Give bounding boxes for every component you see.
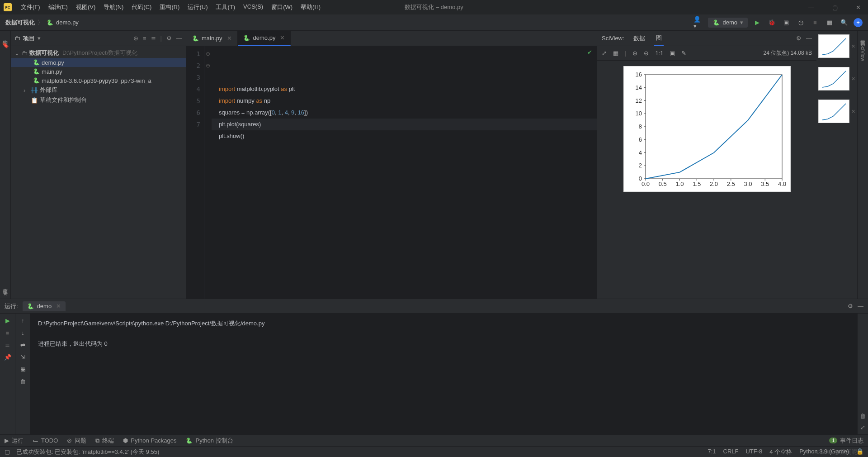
external-libraries[interactable]: › ╫╫ 外部库 (11, 85, 186, 95)
sciview-tool-tab[interactable]: SciView (859, 40, 867, 65)
debug-button[interactable]: 🐞 (767, 18, 777, 28)
terminal-tool-button[interactable]: ⧉终端 (95, 437, 114, 445)
svg-text:3.0: 3.0 (744, 181, 752, 187)
indent-setting[interactable]: 4 个空格 (769, 448, 792, 456)
wrap-icon[interactable]: ⇌ (20, 342, 25, 348)
todo-tool-button[interactable]: ≔TODO (33, 437, 58, 444)
tree-file-matplotlib-wheel[interactable]: matplotlib-3.6.0-pp39-pypy39_pp73-win_a (11, 76, 186, 85)
plot-thumbnail-2[interactable] (818, 67, 849, 90)
menu-item[interactable]: 编辑(E) (46, 2, 71, 12)
file-encoding[interactable]: UTF-8 (745, 448, 762, 456)
run-button[interactable]: ▶ (752, 18, 762, 28)
hide-icon[interactable]: — (176, 35, 182, 42)
tab-close-icon[interactable]: ✕ (227, 35, 232, 42)
menu-item[interactable]: 文件(F) (18, 2, 43, 12)
trash-icon[interactable]: 🗑 (20, 378, 26, 385)
collapse-icon[interactable]: ≣ (151, 35, 156, 42)
trash-icon[interactable]: 🗑 (860, 413, 866, 419)
user-icon[interactable]: 👤▾ (693, 18, 703, 28)
stop-icon[interactable]: ■ (6, 329, 9, 336)
layout-button[interactable]: ▦ (825, 18, 835, 28)
minimize-button[interactable]: — (805, 2, 818, 13)
menu-item[interactable]: 重构(R) (157, 2, 182, 12)
run-tab[interactable]: demo ✕ (23, 301, 66, 311)
zoom-out-icon[interactable]: ⊖ (644, 50, 649, 57)
coverage-button[interactable]: ▣ (781, 18, 791, 28)
scroll-icon[interactable]: ⇲ (20, 354, 25, 361)
inspection-ok-icon[interactable]: ✔ (587, 49, 592, 56)
code-content[interactable]: import matplotlib.pyplot as pltimport nu… (212, 46, 597, 299)
plot-display[interactable]: 02468101214160.00.51.01.52.02.53.03.54.0 (597, 61, 816, 299)
expand-icon[interactable]: ≡ (143, 35, 146, 42)
tab-close-icon[interactable]: ✕ (280, 34, 285, 41)
problems-tool-button[interactable]: ⊘问题 (67, 437, 86, 445)
packages-tool-button[interactable]: ⬢Python Packages (123, 437, 176, 444)
up-icon[interactable]: ↑ (21, 317, 24, 324)
tree-file-main[interactable]: main.py (11, 67, 186, 76)
bookmarks-icon[interactable]: 🔖 (2, 42, 9, 48)
run-tool-button[interactable]: ▶运行 (5, 437, 24, 445)
favorites-tool-tab[interactable]: 收藏 (1, 281, 9, 288)
menu-item[interactable]: 帮助(H) (298, 2, 323, 12)
sciview-hide-icon[interactable]: — (806, 35, 812, 42)
search-everywhere-button[interactable]: 🔍 (839, 18, 849, 28)
project-tree[interactable]: ⌄ 🗀 数据可视化 D:\PythonProject\数据可视化 demo.py… (11, 46, 186, 299)
database-tool-tab[interactable]: 数据库 (859, 33, 867, 40)
structure-tool-tab[interactable]: 结构 (1, 33, 9, 40)
thumb-close-icon[interactable]: ✕ (851, 43, 855, 49)
project-panel: 🗀 项目 ▾ ⊕ ≡ ≣ | ⚙ — ⌄ 🗀 数据可视化 D:\PythonPr… (11, 31, 186, 299)
code-editor[interactable]: 1234567 ⊖⊖ import matplotlib.pyplot as p… (186, 46, 597, 299)
menu-item[interactable]: 工具(T) (213, 2, 238, 12)
menu-item[interactable]: 视图(V) (73, 2, 98, 12)
thumb-close-icon[interactable]: ✕ (851, 109, 855, 114)
status-icon[interactable]: ▢ (5, 448, 10, 455)
layout-icon[interactable]: ≣ (5, 342, 10, 348)
project-root[interactable]: ⌄ 🗀 数据可视化 D:\PythonProject\数据可视化 (11, 48, 186, 58)
print-icon[interactable]: 🖶 (20, 366, 26, 373)
console-output[interactable]: D:\PythonProject\Game\venv\Scripts\pytho… (31, 314, 857, 434)
menu-item[interactable]: 运行(U) (185, 2, 210, 12)
python-console-tool-button[interactable]: Python 控制台 (186, 437, 233, 445)
zoom-in-icon[interactable]: ⊕ (632, 50, 637, 57)
stop-button[interactable]: ■ (810, 18, 820, 28)
settings-icon[interactable]: ⚙ (166, 35, 172, 42)
sciview-tab-data[interactable]: 数据 (632, 32, 647, 45)
menu-item[interactable]: 导航(N) (101, 2, 126, 12)
add-button[interactable]: + (854, 18, 863, 27)
pin-icon[interactable]: 📌 (4, 354, 11, 361)
eyedropper-icon[interactable]: ✎ (681, 50, 686, 57)
sciview-tab-plot[interactable]: 图 (654, 31, 664, 46)
plot-thumbnail-1[interactable] (818, 34, 849, 58)
run-configuration-selector[interactable]: demo ▾ (708, 18, 748, 28)
tree-file-demo[interactable]: demo.py (11, 58, 186, 67)
status-message: 已成功安装包: 已安装包: 'matplotlib==3.4.2' (今天 9:… (16, 448, 159, 456)
run-settings-icon[interactable]: ⚙ (848, 303, 853, 309)
menu-item[interactable]: 窗口(W) (269, 2, 295, 12)
scratches-and-consoles[interactable]: 📋 草稿文件和控制台 (11, 95, 186, 105)
expand-icon[interactable]: ⤢ (860, 424, 865, 431)
editor-tab[interactable]: main.py✕ (186, 31, 238, 46)
grid-icon[interactable]: ▦ (613, 50, 618, 57)
editor-tab[interactable]: demo.py✕ (238, 31, 291, 46)
zoom-ratio[interactable]: 1:1 (655, 50, 663, 57)
profile-button[interactable]: ◷ (796, 18, 806, 28)
maximize-button[interactable]: ▢ (829, 2, 841, 13)
menu-item[interactable]: 代码(C) (129, 2, 154, 12)
line-separator[interactable]: CRLF (723, 448, 739, 456)
locate-icon[interactable]: ⊕ (133, 35, 138, 42)
tab-close-icon[interactable]: ✕ (56, 303, 61, 309)
close-button[interactable]: ✕ (852, 2, 864, 13)
crop-icon[interactable]: ▣ (670, 50, 675, 57)
menu-item[interactable]: VCS(S) (241, 2, 266, 12)
breadcrumb[interactable]: 数据可视化 〉 demo.py (5, 19, 79, 27)
rerun-icon[interactable]: ▶ (5, 317, 10, 324)
fit-icon[interactable]: ⤢ (602, 50, 607, 57)
thumb-close-icon[interactable]: ✕ (851, 76, 855, 82)
plot-thumbnail-3[interactable] (818, 100, 849, 123)
favorites-star-icon[interactable]: ★ (3, 290, 8, 297)
caret-position[interactable]: 7:1 (708, 448, 716, 456)
down-icon[interactable]: ↓ (21, 329, 24, 336)
event-log-button[interactable]: 1 事件日志 (829, 437, 863, 445)
sciview-settings-icon[interactable]: ⚙ (796, 35, 802, 42)
run-hide-icon[interactable]: — (858, 303, 863, 309)
